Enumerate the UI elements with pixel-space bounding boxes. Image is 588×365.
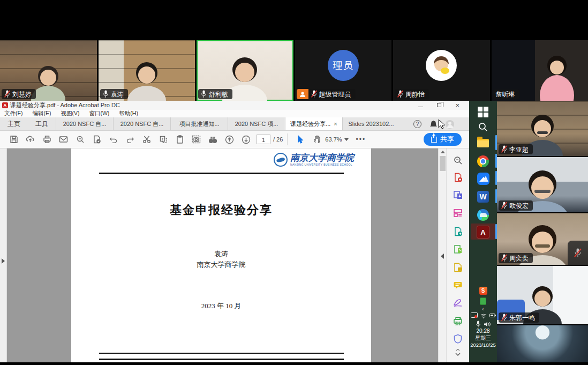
previous-page-button[interactable] (221, 132, 238, 146)
edge-icon[interactable] (476, 208, 490, 222)
name-tag: 袁涛 (100, 89, 128, 99)
mic-muted-icon (311, 90, 317, 98)
battery-icon[interactable] (489, 313, 496, 318)
video-tile-zhoujingyi[interactable]: 周静怡 (393, 40, 490, 101)
tab-close-icon[interactable]: × (334, 121, 337, 127)
video-tile-liyachao[interactable]: 李亚超 (497, 101, 588, 156)
mic-on-icon (103, 90, 109, 98)
organize-pages-tool-icon[interactable] (453, 207, 463, 218)
menu-window[interactable]: 窗口(W) (89, 110, 109, 117)
chrome-icon[interactable] (476, 154, 490, 168)
scroll-up-icon[interactable] (441, 151, 445, 153)
avatar-cartoon (426, 50, 457, 81)
print-production-tool-icon[interactable] (453, 316, 463, 326)
comment-bubble-tool-icon[interactable] (453, 280, 463, 290)
video-tile-shulimin-active-speaker[interactable]: 舒利敏 (197, 40, 293, 101)
cut-scissors-button[interactable] (138, 132, 155, 146)
host-badge-icon (297, 89, 308, 99)
scrollbar-thumb[interactable] (440, 156, 446, 171)
snapshot-camera-button[interactable] (188, 132, 205, 146)
scan-edit-tool-icon[interactable] (453, 244, 463, 255)
menu-help[interactable]: 帮助(H) (119, 110, 138, 117)
toolbar-separator (287, 133, 288, 145)
doc-tab-2[interactable]: 2020 NSFC 自... (113, 117, 170, 130)
video-tile-oujunhong[interactable]: 欧俊宏 (497, 157, 588, 212)
doc-badge-button[interactable] (88, 132, 105, 146)
send-file-tool-icon[interactable] (453, 226, 463, 237)
windows-start-icon[interactable] (476, 105, 490, 119)
vertical-scrollbar[interactable] (438, 148, 446, 362)
corner-mic-muted-overlay (568, 241, 588, 265)
select-tool-button[interactable] (292, 132, 308, 146)
tab-home[interactable]: 主页 (0, 117, 28, 130)
protect-shield-tool-icon[interactable] (453, 333, 463, 344)
close-button[interactable]: × (455, 102, 459, 108)
search-button[interactable] (72, 132, 88, 146)
video-tile-yuantao[interactable]: 袁涛 (99, 40, 195, 101)
print-button[interactable] (39, 132, 55, 146)
upload-cloud-button[interactable] (22, 132, 39, 146)
copy-button[interactable] (155, 132, 171, 146)
acrobat-taskbar-icon[interactable]: A (476, 225, 490, 239)
video-tile-zhouyiyi[interactable]: 周奕奕 (497, 213, 588, 265)
more-options-button[interactable]: ••• (356, 136, 366, 143)
screen-record-icon[interactable] (471, 312, 478, 318)
minimize-button[interactable] (418, 102, 423, 108)
collapse-right-pane-icon[interactable] (441, 254, 444, 259)
paste-clipboard-button[interactable] (171, 132, 188, 146)
green-tray-icon[interactable] (479, 297, 487, 305)
clock-date[interactable]: 2023/10/25 (469, 342, 497, 348)
share-button[interactable]: 共享 (424, 133, 462, 146)
redo-button[interactable] (122, 132, 138, 146)
taskbar-search-icon[interactable] (476, 120, 490, 134)
export-pdf-tool-icon[interactable] (453, 190, 463, 200)
help-icon[interactable]: ? (413, 120, 421, 128)
save-button[interactable] (5, 132, 22, 146)
doc-tab-slides[interactable]: Slides 2023102... (342, 117, 399, 130)
search-tool-icon[interactable] (453, 155, 463, 166)
video-tile-projector-room[interactable] (497, 325, 588, 365)
video-tile-zhanxinlin[interactable]: 詹昕琳 (492, 40, 588, 101)
share-label: 共享 (440, 135, 454, 144)
clock-weekday[interactable]: 星期三 (469, 335, 497, 341)
sogou-tray-icon[interactable]: S (479, 286, 487, 295)
next-page-button[interactable] (238, 132, 254, 146)
video-tile-zhuguoyiming[interactable]: 朱郭一鸣 (497, 266, 588, 324)
tray-speaker-icon[interactable] (484, 321, 491, 327)
video-tile-liuhuiting[interactable]: 刘慧婷 (0, 40, 97, 101)
pdf-title: 基金申报经验分享 (71, 202, 371, 218)
file-explorer-icon[interactable] (476, 136, 490, 150)
create-pdf-tool-icon[interactable] (453, 172, 463, 183)
doc-tab-active[interactable]: 课题经验分享... × (285, 117, 342, 130)
tray-mic-icon[interactable] (476, 321, 481, 327)
clock-time[interactable]: 20:28 (469, 328, 497, 334)
tab-bar: 主页 工具 2020 NSFC 自... 2020 NSFC 自... 项目批准… (0, 117, 469, 131)
doc-tab-3[interactable]: 项目批准通知... (170, 117, 228, 130)
expand-left-pane-icon[interactable] (2, 258, 5, 264)
tab-tools[interactable]: 工具 (28, 117, 56, 130)
menu-view[interactable]: 视图(V) (61, 110, 79, 117)
restore-button[interactable] (437, 102, 441, 108)
email-button[interactable] (55, 132, 72, 146)
menu-edit[interactable]: 编辑(E) (32, 110, 51, 117)
account-icon[interactable] (446, 120, 454, 129)
doc-tab-4[interactable]: 2020 NSFC 项... (228, 117, 285, 130)
page-number-input[interactable]: 1 (257, 135, 270, 144)
wifi-icon[interactable] (480, 313, 487, 318)
video-tile-admin[interactable]: 理员 超级管理员 (295, 40, 392, 101)
mic-muted-icon (501, 314, 507, 322)
hand-tool-button[interactable] (308, 132, 325, 146)
participant-name: 舒利敏 (209, 91, 228, 98)
menu-file[interactable]: 文件(F) (4, 110, 22, 117)
find-binoculars-button[interactable] (205, 132, 221, 146)
doc-tab-1[interactable]: 2020 NSFC 自... (56, 117, 113, 130)
meeting-app-icon[interactable] (476, 172, 490, 185)
comment-doc-tool-icon[interactable] (453, 262, 463, 273)
hidden-icons-chevron[interactable]: ‹ (479, 306, 487, 312)
notification-bell-icon[interactable] (430, 121, 437, 128)
undo-button[interactable] (105, 132, 122, 146)
fill-sign-tool-icon[interactable] (453, 297, 463, 308)
tools-pane-more-icon[interactable] (455, 349, 461, 357)
word-icon[interactable]: W (476, 190, 490, 204)
zoom-control[interactable]: 63.7% (325, 136, 348, 143)
